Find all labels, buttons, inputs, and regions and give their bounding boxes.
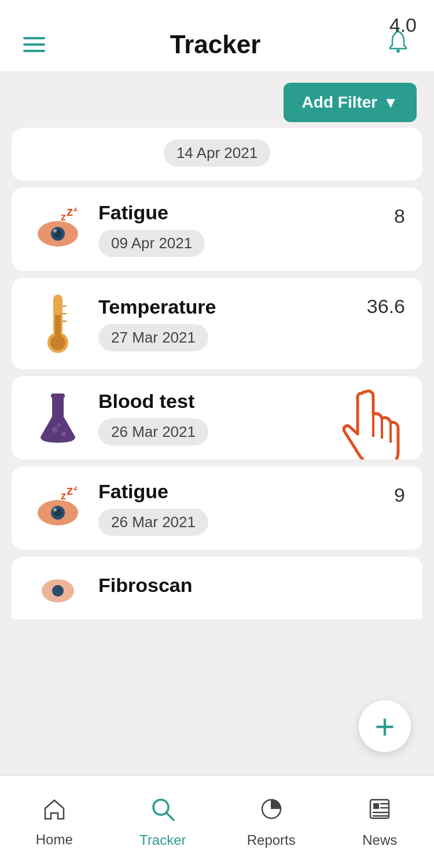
- nav-label-news: News: [362, 832, 397, 848]
- record-title: Fibroscan: [98, 574, 405, 597]
- add-filter-button[interactable]: Add Filter ▼: [284, 83, 417, 122]
- plus-icon: +: [374, 707, 395, 746]
- svg-rect-16: [51, 393, 65, 398]
- record-date: 09 Apr 2021: [98, 230, 205, 257]
- filter-icon: ▼: [383, 94, 398, 112]
- temperature-icon: [29, 292, 87, 355]
- card-content: Fatigue 09 Apr 2021: [98, 201, 405, 257]
- svg-text:z: z: [67, 487, 73, 498]
- nav-label-home: Home: [36, 832, 73, 848]
- home-icon: [42, 797, 67, 827]
- add-filter-label: Add Filter: [302, 93, 378, 112]
- record-date: 26 Mar 2021: [98, 418, 208, 446]
- nav-label-tracker: Tracker: [139, 832, 186, 848]
- bottom-navigation: Home Tracker Reports: [0, 775, 434, 868]
- blood-test-icon: [29, 391, 87, 446]
- svg-text:z: z: [67, 208, 73, 219]
- nav-label-reports: Reports: [247, 832, 296, 848]
- fatigue-icon: z z z: [29, 487, 87, 530]
- nav-item-home[interactable]: Home: [0, 776, 109, 868]
- add-record-button[interactable]: +: [359, 700, 411, 752]
- svg-rect-37: [373, 803, 379, 809]
- svg-point-5: [53, 229, 57, 233]
- svg-line-33: [167, 813, 174, 820]
- date-badge: 14 Apr 2021: [164, 139, 270, 167]
- list-item[interactable]: Temperature 27 Mar 2021 36.6: [12, 278, 422, 369]
- svg-point-26: [53, 508, 57, 512]
- svg-point-19: [57, 424, 61, 427]
- record-date: 26 Mar 2021: [98, 509, 208, 536]
- record-title: Fatigue: [98, 480, 405, 503]
- record-value: 36.6: [367, 295, 405, 318]
- record-title: Fatigue: [98, 201, 405, 224]
- nav-item-tracker[interactable]: Tracker: [109, 776, 218, 868]
- svg-point-12: [50, 335, 65, 350]
- record-title: Temperature: [98, 296, 405, 318]
- card-content: Fibroscan: [98, 574, 405, 602]
- svg-text:z: z: [73, 487, 78, 492]
- search-icon: [150, 796, 175, 827]
- card-content: Temperature 27 Mar 2021: [98, 296, 405, 351]
- list-item[interactable]: Fibroscan 4.0: [12, 557, 422, 619]
- nav-item-reports[interactable]: Reports: [217, 776, 326, 868]
- menu-button[interactable]: [23, 37, 45, 52]
- record-value: 8: [394, 205, 405, 227]
- svg-text:z: z: [61, 211, 66, 223]
- svg-point-31: [52, 585, 64, 597]
- svg-text:z: z: [61, 490, 66, 502]
- svg-point-0: [396, 49, 400, 53]
- svg-point-18: [61, 432, 66, 436]
- card-content: Fatigue 26 Mar 2021: [98, 480, 405, 536]
- cursor-hand-icon: [330, 388, 405, 459]
- record-date: 27 Mar 2021: [98, 324, 208, 351]
- list-item[interactable]: z z z Fatigue 26 Mar 2021 9: [12, 466, 422, 550]
- list-item[interactable]: 14 Apr 2021: [12, 128, 422, 181]
- record-value: 9: [394, 484, 405, 506]
- tracker-list: 14 Apr 2021 z z z Fatigue 09 Apr 2021 8: [0, 128, 434, 723]
- svg-point-17: [52, 427, 58, 433]
- page-title: Tracker: [170, 30, 261, 59]
- pie-chart-icon: [259, 796, 284, 827]
- header: Tracker: [0, 0, 434, 71]
- nav-item-news[interactable]: News: [326, 776, 435, 868]
- fatigue-icon: z z z: [29, 208, 87, 251]
- svg-text:z: z: [73, 208, 78, 213]
- fibroscan-icon: [29, 571, 87, 605]
- filter-row: Add Filter ▼: [0, 71, 434, 128]
- list-item[interactable]: z z z Fatigue 09 Apr 2021 8: [12, 187, 422, 271]
- news-icon: [367, 796, 392, 827]
- list-item[interactable]: Blood test 26 Mar 2021: [12, 376, 422, 459]
